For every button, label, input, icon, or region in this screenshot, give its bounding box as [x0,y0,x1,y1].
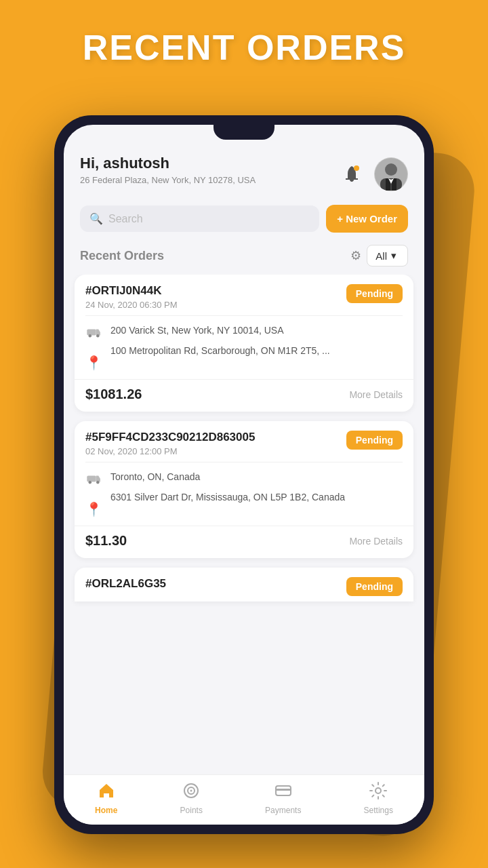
bottom-nav: Home Points [64,774,424,825]
route-addresses-1: 200 Varick St, New York, NY 10014, USA 1… [110,324,403,371]
svg-marker-12 [96,476,100,482]
search-row: 🔍 Search + New Order [64,199,424,242]
svg-rect-7 [87,330,96,336]
section-title: Recent Orders [80,249,164,263]
points-icon [182,782,200,804]
order-date-1: 24 Nov, 2020 06:30 PM [85,300,178,310]
order-card-header-2: #5F9FF4CD233C90212D863005 02 Nov, 2020 1… [75,421,413,462]
svg-point-0 [354,165,359,171]
header-right [339,157,408,191]
order-id-3: #ORL2AL6G35 [85,577,166,591]
filter-dropdown[interactable]: All ▾ [367,245,408,267]
truck-icon-2 [87,472,102,488]
avatar[interactable] [374,157,408,191]
svg-point-13 [88,481,91,484]
section-header: Recent Orders ⚙ All ▾ [64,242,424,275]
order-id-1: #ORTIJ0N44K [85,284,178,298]
notification-bell-icon[interactable] [339,161,365,187]
header-left: Hi, ashutosh 26 Federal Plaza, New York,… [80,155,256,186]
svg-point-20 [375,788,381,793]
order-card-header-3: #ORL2AL6G35 Pending [75,568,413,601]
nav-item-points[interactable]: Points [180,782,203,815]
nav-label-settings: Settings [364,806,393,815]
nav-item-home[interactable]: Home [95,782,117,815]
phone-notch [214,125,274,140]
nav-item-settings[interactable]: Settings [364,782,393,815]
search-box[interactable]: 🔍 Search [80,205,319,232]
route-addresses-2: Toronto, ON, Canada 6301 Silver Dart Dr,… [110,471,403,517]
svg-rect-19 [276,789,291,791]
status-badge-1: Pending [346,284,403,303]
svg-point-10 [96,334,99,337]
search-input[interactable]: Search [108,213,143,225]
route-icons-1: 📍 [85,324,102,371]
app-header: Hi, ashutosh 26 Federal Plaza, New York,… [64,142,424,199]
svg-point-9 [88,334,91,337]
search-icon: 🔍 [89,212,103,225]
svg-marker-8 [96,330,100,336]
pin-icon-2: 📍 [85,501,102,517]
nav-label-payments: Payments [265,806,301,815]
chevron-down-icon: ▾ [391,250,396,262]
page-title: RECENT ORDERS [0,0,488,81]
svg-point-17 [190,790,192,792]
pin-icon-1: 📍 [85,355,102,371]
order-card-3-partial: #ORL2AL6G35 Pending [75,568,413,601]
order-price-1: $1081.26 [85,387,142,402]
filter-icon[interactable]: ⚙ [350,248,361,263]
home-icon [98,782,115,804]
phone-screen: Hi, ashutosh 26 Federal Plaza, New York,… [64,125,424,825]
order-card: #ORTIJ0N44K 24 Nov, 2020 06:30 PM Pendin… [75,275,413,412]
more-details-button-1[interactable]: More Details [349,389,403,400]
order-date-2: 02 Nov, 2020 12:00 PM [85,446,255,456]
to-address-2: 6301 Silver Dart Dr, Mississauga, ON L5P… [110,491,403,505]
order-route-2: 📍 Toronto, ON, Canada 6301 Silver Dart D… [75,462,413,526]
greeting-text: Hi, ashutosh [80,155,256,172]
phone-frame: Hi, ashutosh 26 Federal Plaza, New York,… [54,115,434,834]
order-card-header-1: #ORTIJ0N44K 24 Nov, 2020 06:30 PM Pendin… [75,275,413,315]
user-address: 26 Federal Plaza, New York, NY 10278, US… [80,174,256,186]
from-address-2: Toronto, ON, Canada [110,471,403,484]
order-footer-1: $1081.26 More Details [75,379,413,412]
more-details-button-2[interactable]: More Details [349,536,403,547]
nav-label-points: Points [180,806,203,815]
order-id-2: #5F9FF4CD233C90212D863005 [85,431,255,444]
order-footer-2: $11.30 More Details [75,526,413,558]
orders-list: #ORTIJ0N44K 24 Nov, 2020 06:30 PM Pendin… [64,275,424,774]
screen-content: Hi, ashutosh 26 Federal Plaza, New York,… [64,125,424,825]
status-badge-2: Pending [346,431,403,450]
nav-label-home: Home [95,806,117,815]
filter-row: ⚙ All ▾ [350,245,408,267]
svg-point-2 [385,163,397,176]
order-card-2: #5F9FF4CD233C90212D863005 02 Nov, 2020 1… [75,421,413,558]
new-order-button[interactable]: + New Order [326,205,408,233]
route-icons-2: 📍 [85,471,102,517]
order-route-1: 📍 200 Varick St, New York, NY 10014, USA… [75,316,413,379]
status-badge-3: Pending [346,577,403,596]
truck-icon-1 [87,326,102,341]
svg-rect-11 [87,476,96,482]
order-price-2: $11.30 [85,533,127,549]
settings-icon [369,782,387,804]
svg-point-14 [96,481,99,484]
to-address-1: 100 Metropolitan Rd, Scarborough, ON M1R… [110,344,403,358]
payments-icon [274,782,292,804]
from-address-1: 200 Varick St, New York, NY 10014, USA [110,324,403,338]
nav-item-payments[interactable]: Payments [265,782,301,815]
